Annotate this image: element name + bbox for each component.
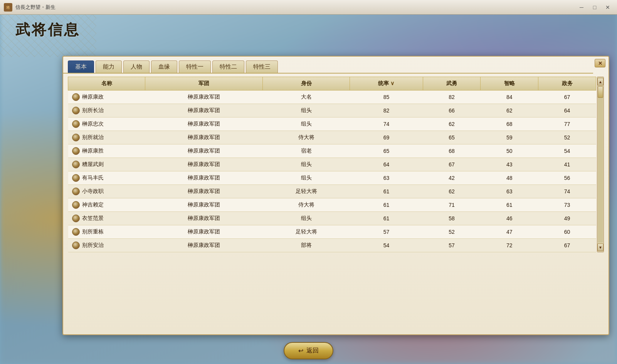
titlebar: 将 信長之野望・新生 ─ □ ✕ bbox=[0, 0, 617, 15]
role-cell: 侍大将 bbox=[263, 198, 350, 212]
stat-cell-3: 67 bbox=[538, 91, 596, 104]
role-cell: 组头 bbox=[263, 171, 350, 185]
scroll-thumb[interactable] bbox=[598, 86, 603, 98]
return-icon: ↩ bbox=[298, 347, 303, 354]
scroll-down-button[interactable]: ▼ bbox=[597, 243, 604, 251]
column-header-智略[interactable]: 智略 bbox=[481, 77, 538, 91]
tab-特性二[interactable]: 特性二 bbox=[212, 60, 244, 73]
character-name: 榊原忠次 bbox=[82, 121, 104, 127]
stat-cell-0: 61 bbox=[350, 185, 423, 198]
name-cell: 榊原康政 bbox=[68, 91, 145, 104]
avatar bbox=[72, 228, 80, 236]
stat-cell-0: 74 bbox=[350, 117, 423, 131]
character-name: 别所长治 bbox=[82, 107, 104, 114]
tab-基本[interactable]: 基本 bbox=[68, 60, 94, 73]
name-cell: 别所就治 bbox=[68, 131, 145, 144]
character-name: 别所重栋 bbox=[82, 228, 104, 235]
window-controls: ─ □ ✕ bbox=[576, 3, 613, 12]
name-cell: 别所重栋 bbox=[68, 225, 145, 239]
stat-cell-2: 68 bbox=[481, 117, 538, 131]
stat-cell-2: 72 bbox=[481, 239, 538, 252]
tab-血缘[interactable]: 血缘 bbox=[151, 60, 177, 73]
stat-cell-0: 63 bbox=[350, 171, 423, 185]
table-row[interactable]: 神吉赖定榊原康政军团侍大将61716173 bbox=[68, 198, 596, 212]
stat-cell-0: 82 bbox=[350, 104, 423, 117]
table-row[interactable]: 别所重栋榊原康政军团足轻大将57524760 bbox=[68, 225, 596, 239]
name-cell: 小寺政职 bbox=[68, 185, 145, 198]
table-row[interactable]: 别所安治榊原康政军团部将54577267 bbox=[68, 239, 596, 252]
stat-cell-3: 64 bbox=[538, 104, 596, 117]
stat-cell-1: 42 bbox=[423, 171, 481, 185]
column-header-武勇[interactable]: 武勇 bbox=[423, 77, 481, 91]
character-name: 榊原康胜 bbox=[82, 148, 104, 154]
character-name: 衣笠范景 bbox=[82, 215, 104, 222]
character-name: 别所就治 bbox=[82, 134, 104, 141]
minimize-button[interactable]: ─ bbox=[576, 3, 587, 12]
role-cell: 大名 bbox=[263, 91, 350, 104]
column-header-统率[interactable]: 统率∨ bbox=[350, 77, 423, 91]
stat-cell-2: 63 bbox=[481, 185, 538, 198]
stat-cell-3: 77 bbox=[538, 117, 596, 131]
table-row[interactable]: 别所就治榊原康政军团侍大将69655952 bbox=[68, 131, 596, 144]
table-row[interactable]: 小寺政职榊原康政军团足轻大将61626374 bbox=[68, 185, 596, 198]
table-row[interactable]: 有马丰氏榊原康政军团组头63424856 bbox=[68, 171, 596, 185]
name-cell: 别所长治 bbox=[68, 104, 145, 117]
name-cell: 糟屋武则 bbox=[68, 158, 145, 171]
tab-特性一[interactable]: 特性一 bbox=[179, 60, 211, 73]
table-header: 名称军团身份统率∨武勇智略政务 bbox=[68, 77, 596, 91]
character-name: 有马丰氏 bbox=[82, 174, 104, 181]
role-cell: 足轻大将 bbox=[263, 185, 350, 198]
panel-close-button[interactable]: ✕ bbox=[595, 59, 605, 67]
stat-cell-0: 85 bbox=[350, 91, 423, 104]
stat-cell-3: 60 bbox=[538, 225, 596, 239]
avatar bbox=[72, 242, 80, 249]
avatar bbox=[72, 161, 80, 168]
group-cell: 榊原康政军团 bbox=[145, 212, 263, 225]
stat-cell-0: 65 bbox=[350, 144, 423, 158]
name-cell: 别所安治 bbox=[68, 239, 145, 252]
column-header-名称[interactable]: 名称 bbox=[68, 77, 145, 91]
stat-cell-1: 65 bbox=[423, 131, 481, 144]
stat-cell-2: 50 bbox=[481, 144, 538, 158]
stat-cell-3: 54 bbox=[538, 144, 596, 158]
scroll-up-button[interactable]: ▲ bbox=[597, 78, 604, 86]
avatar bbox=[72, 215, 80, 222]
return-button[interactable]: ↩ 返回 bbox=[284, 342, 333, 359]
stat-cell-2: 43 bbox=[481, 158, 538, 171]
stat-cell-0: 54 bbox=[350, 239, 423, 252]
group-cell: 榊原康政军团 bbox=[145, 144, 263, 158]
maximize-button[interactable]: □ bbox=[589, 3, 600, 12]
stat-cell-3: 49 bbox=[538, 212, 596, 225]
avatar bbox=[72, 188, 80, 195]
group-cell: 榊原康政军团 bbox=[145, 131, 263, 144]
table-row[interactable]: 榊原忠次榊原康政军团组头74626877 bbox=[68, 117, 596, 131]
tab-特性三[interactable]: 特性三 bbox=[246, 60, 278, 73]
scrollbar[interactable]: ▲ ▼ bbox=[597, 77, 604, 252]
role-cell: 侍大将 bbox=[263, 131, 350, 144]
column-header-军团[interactable]: 军团 bbox=[145, 77, 263, 91]
page-title: 武将信息 bbox=[15, 20, 80, 40]
table-row[interactable]: 榊原康政榊原康政军团大名85828467 bbox=[68, 91, 596, 104]
stat-cell-3: 73 bbox=[538, 198, 596, 212]
role-cell: 组头 bbox=[263, 104, 350, 117]
tab-人物[interactable]: 人物 bbox=[123, 60, 150, 73]
avatar bbox=[72, 120, 80, 128]
window-close-button[interactable]: ✕ bbox=[602, 3, 613, 12]
stat-cell-1: 62 bbox=[423, 117, 481, 131]
name-cell: 有马丰氏 bbox=[68, 171, 145, 185]
column-header-政务[interactable]: 政务 bbox=[538, 77, 596, 91]
stat-cell-2: 59 bbox=[481, 131, 538, 144]
name-cell: 榊原忠次 bbox=[68, 117, 145, 131]
column-header-身份[interactable]: 身份 bbox=[263, 77, 350, 91]
stat-cell-2: 46 bbox=[481, 212, 538, 225]
table-row[interactable]: 衣笠范景榊原康政军团组头61584649 bbox=[68, 212, 596, 225]
table-row[interactable]: 榊原康胜榊原康政军团宿老65685054 bbox=[68, 144, 596, 158]
group-cell: 榊原康政军团 bbox=[145, 104, 263, 117]
table-row[interactable]: 糟屋武则榊原康政军团组头64674341 bbox=[68, 158, 596, 171]
stat-cell-0: 64 bbox=[350, 158, 423, 171]
table-row[interactable]: 别所长治榊原康政军团组头82666264 bbox=[68, 104, 596, 117]
tab-能力[interactable]: 能力 bbox=[96, 60, 122, 73]
window-title: 信長之野望・新生 bbox=[15, 4, 576, 11]
stat-cell-3: 67 bbox=[538, 239, 596, 252]
group-cell: 榊原康政军团 bbox=[145, 225, 263, 239]
